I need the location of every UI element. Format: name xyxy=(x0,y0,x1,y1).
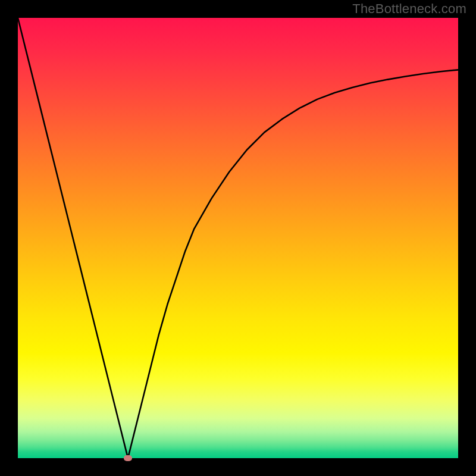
bottleneck-curve xyxy=(18,18,458,458)
watermark-text: TheBottleneck.com xyxy=(352,1,466,17)
chart-frame: TheBottleneck.com xyxy=(0,0,476,476)
plot-area xyxy=(18,18,458,458)
dip-marker xyxy=(124,455,132,461)
curve-path xyxy=(18,18,458,458)
